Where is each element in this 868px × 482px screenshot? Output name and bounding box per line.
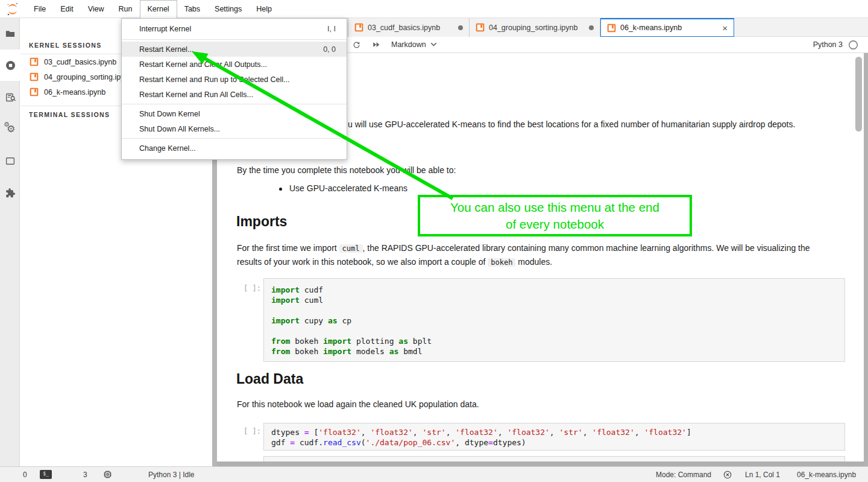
kernels-count[interactable]: 3 bbox=[83, 467, 87, 482]
restart-kernel-icon[interactable] bbox=[352, 40, 361, 49]
unsaved-changes-dot[interactable] bbox=[589, 25, 594, 30]
menu-help[interactable]: Help bbox=[249, 0, 279, 17]
inline-code: cuml bbox=[339, 244, 363, 253]
menubar: File Edit View Run Kernel Tabs Settings … bbox=[0, 0, 868, 18]
load-data-paragraph: For this notebook we load again the clea… bbox=[237, 398, 479, 411]
terminals-count[interactable]: 0 bbox=[23, 467, 27, 482]
notebook-icon bbox=[607, 24, 616, 33]
intro-paragraph-fragment: u will use GPU-accelerated K-means to fi… bbox=[348, 118, 795, 131]
notebook-icon bbox=[354, 23, 363, 32]
menu-restart-clear-outputs[interactable]: Restart Kernel and Clear All Outputs... bbox=[122, 57, 347, 72]
horizontal-scrollbar[interactable] bbox=[217, 461, 868, 466]
kernel-status-icon bbox=[848, 40, 858, 50]
tab-06-k-means[interactable]: 06_k-means.ipynb × bbox=[600, 18, 734, 37]
gears-icon[interactable]: ⚙⚙ bbox=[0, 113, 20, 145]
cell-prompt: [ ]: bbox=[244, 284, 261, 293]
menu-view[interactable]: View bbox=[81, 0, 112, 17]
shortcut: 0, 0 bbox=[323, 45, 336, 54]
menu-shut-down-all-kernels[interactable]: Shut Down All Kernels... bbox=[122, 121, 347, 136]
tab-label: 06_k-means.ipynb bbox=[620, 24, 718, 32]
file-browser-icon[interactable] bbox=[0, 18, 20, 49]
menu-shut-down-kernel[interactable]: Shut Down Kernel bbox=[122, 106, 347, 121]
imports-heading: Imports bbox=[236, 214, 287, 229]
annotation-line-2: of every notebook bbox=[506, 216, 604, 233]
notebook-icon bbox=[476, 23, 485, 32]
menu-interrupt-kernel[interactable]: Interrupt KernelI, I bbox=[122, 21, 347, 37]
menu-change-kernel[interactable]: Change Kernel... bbox=[122, 141, 347, 156]
cursor-position[interactable]: Ln 1, Col 1 bbox=[745, 467, 780, 482]
menu-divider bbox=[122, 39, 347, 40]
menu-tabs[interactable]: Tabs bbox=[177, 0, 207, 17]
running-sessions-icon[interactable] bbox=[0, 49, 20, 81]
menu-settings[interactable]: Settings bbox=[207, 0, 249, 17]
menu-restart-run-to-selected[interactable]: Restart Kernel and Run up to Selected Ce… bbox=[122, 72, 347, 87]
code-cell-load-data[interactable]: dtypes = ['float32', 'float32', 'str', '… bbox=[263, 423, 845, 451]
annotation-callout-box: You can also use this menu at the end of… bbox=[418, 195, 692, 236]
trust-indicator-icon bbox=[723, 467, 732, 482]
kernel-chip-icon bbox=[102, 467, 113, 482]
menu-divider bbox=[122, 104, 347, 104]
kernel-status-text[interactable]: Python 3 | Idle bbox=[148, 467, 195, 482]
status-bar: 0 $_ 3 Python 3 | Idle Mode: Command Ln … bbox=[0, 466, 868, 482]
menu-restart-run-all[interactable]: Restart Kernel and Run All Cells... bbox=[122, 87, 347, 102]
menu-kernel[interactable]: Kernel bbox=[140, 0, 177, 18]
tab-03-cudf-basics[interactable]: 03_cudf_basics.ipynb bbox=[348, 18, 470, 37]
close-icon[interactable]: × bbox=[722, 24, 728, 33]
bullet-dot bbox=[279, 188, 282, 191]
tab-label: 04_grouping_sorting.ipynb bbox=[489, 24, 585, 32]
menu-divider bbox=[122, 138, 347, 139]
inline-code: bokeh bbox=[488, 258, 515, 267]
property-inspector-icon[interactable] bbox=[0, 81, 20, 113]
menu-run[interactable]: Run bbox=[112, 0, 140, 17]
notebook-icon bbox=[30, 87, 39, 97]
activity-bar: ⚙⚙ bbox=[0, 18, 20, 466]
objective-bullet: Use GPU-accelerated K-means bbox=[279, 182, 407, 195]
cell-type-value: Markdown bbox=[391, 40, 426, 49]
menu-file[interactable]: File bbox=[27, 0, 53, 17]
terminal-icon: $_ bbox=[40, 467, 52, 482]
command-mode-indicator[interactable]: Mode: Command bbox=[656, 467, 711, 482]
open-tabs-icon[interactable] bbox=[0, 145, 20, 177]
cell-type-dropdown[interactable]: Markdown bbox=[391, 40, 437, 49]
notebook-icon bbox=[30, 57, 39, 66]
notebook-icon bbox=[30, 72, 39, 81]
session-label: 06_k-means.ipynb bbox=[44, 88, 105, 97]
extension-manager-icon[interactable] bbox=[0, 177, 20, 209]
annotation-line-1: You can also use this menu at the end bbox=[450, 199, 659, 216]
shortcut: I, I bbox=[327, 25, 336, 33]
kernel-menu-dropdown: Interrupt KernelI, I Restart Kernel...0,… bbox=[121, 18, 347, 160]
tab-04-grouping-sorting[interactable]: 04_grouping_sorting.ipynb bbox=[470, 18, 600, 37]
unsaved-changes-dot[interactable] bbox=[458, 25, 463, 30]
load-data-heading: Load Data bbox=[236, 371, 303, 387]
status-filename: 06_k-means.ipynb bbox=[797, 467, 856, 482]
imports-paragraph: For the first time we import cuml, the R… bbox=[237, 241, 817, 269]
kernel-name[interactable]: Python 3 bbox=[813, 40, 843, 49]
code-cell-imports[interactable]: import cudfimport cuml import cupy as cp… bbox=[263, 278, 845, 362]
cell-prompt: [ ]: bbox=[244, 427, 261, 436]
menu-restart-kernel[interactable]: Restart Kernel...0, 0 bbox=[122, 42, 347, 57]
chevron-down-icon bbox=[430, 42, 437, 46]
jupyter-logo-icon bbox=[5, 2, 20, 16]
vertical-scrollbar-thumb[interactable] bbox=[855, 57, 862, 132]
right-edge-strip bbox=[864, 53, 868, 466]
run-all-cells-icon[interactable] bbox=[372, 40, 380, 49]
menu-edit[interactable]: Edit bbox=[53, 0, 81, 17]
session-label: 03_cudf_basics.ipynb bbox=[44, 58, 116, 66]
tab-label: 03_cudf_basics.ipynb bbox=[368, 24, 454, 32]
session-label: 04_grouping_sorting.ipynb bbox=[44, 73, 133, 81]
objectives-intro: By the time you complete this notebook y… bbox=[237, 163, 456, 177]
